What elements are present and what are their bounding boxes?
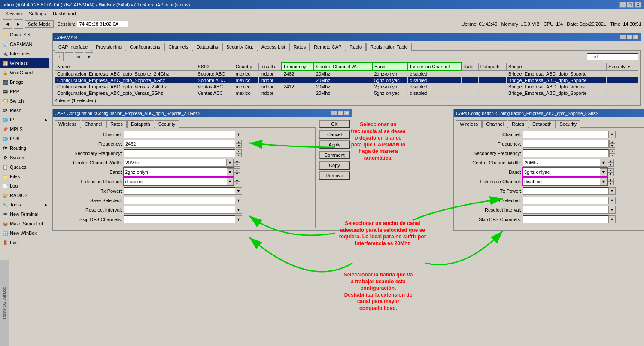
sidebar-item-system[interactable]: ⚙ System: [0, 153, 49, 162]
tab-registration-table[interactable]: Registration Table: [366, 43, 412, 51]
ext-down[interactable]: ▼: [234, 182, 240, 185]
tab-cap-interface[interactable]: CAP Interface: [55, 43, 91, 51]
sidebar-item-files[interactable]: 📁 Files: [0, 172, 49, 181]
ctrl-up-5g[interactable]: ▲: [608, 159, 614, 163]
forward-button[interactable]: ▶: [14, 19, 23, 29]
menu-session[interactable]: Session: [2, 11, 25, 17]
sidebar-item-ppp[interactable]: 📟 PPP: [0, 87, 49, 96]
skip-dfs-dropdown-5g[interactable]: ▼: [609, 215, 616, 223]
sidebar-item-bridge[interactable]: 🌉 Bridge: [0, 77, 49, 87]
ctrl-ch-width-input[interactable]: [124, 159, 227, 167]
tab-wireless[interactable]: Wireless: [55, 120, 80, 128]
sidebar-item-new-winbox[interactable]: 🪟 New WinBox: [0, 228, 49, 238]
band-input-5g[interactable]: [523, 168, 600, 176]
reselect-interval-dropdown[interactable]: ▼: [235, 206, 242, 214]
ext-ch-dropdown-5g[interactable]: ▼: [600, 178, 607, 185]
sidebar-item-interfaces[interactable]: 🔌 Interfaces: [0, 49, 49, 58]
sidebar-item-ip[interactable]: 🌐 IP ▶: [0, 115, 49, 124]
menu-dashboard[interactable]: Dashboard: [49, 11, 79, 17]
ext-ch-dropdown[interactable]: ▼: [227, 178, 234, 185]
save-selected-input-5g[interactable]: [523, 197, 609, 204]
col-control-ch-w[interactable]: Control Channel W...: [314, 63, 372, 70]
table-row[interactable]: Configuracion_Empresa_ABC_dpto_Soporte_2…: [55, 70, 638, 77]
tab-radio[interactable]: Radio: [346, 43, 366, 51]
secondary-freq-input-5g[interactable]: [523, 149, 609, 157]
tx-power-input[interactable]: [124, 187, 235, 195]
secondary-freq-input[interactable]: [124, 149, 235, 157]
band-up-5g[interactable]: ▲: [608, 168, 614, 172]
frequency-input-5g[interactable]: [523, 140, 609, 148]
remove-button[interactable]: −: [65, 52, 73, 61]
reselect-interval-dropdown-5g[interactable]: ▼: [609, 206, 616, 214]
sidebar-item-ipv6[interactable]: 🌐 IPv6: [0, 134, 49, 143]
save-selected-dropdown-5g[interactable]: ▼: [609, 197, 616, 204]
maximize-button[interactable]: □: [627, 2, 634, 8]
sidebar-item-radius[interactable]: 🔐 RADIUS: [0, 191, 49, 200]
ctrl-up[interactable]: ▲: [234, 159, 240, 163]
ctrl-down[interactable]: ▼: [234, 163, 240, 167]
band-dropdown[interactable]: ▼: [227, 168, 234, 176]
band-down[interactable]: ▼: [234, 172, 240, 176]
tab-datapaths[interactable]: Datapaths: [193, 43, 222, 51]
sidebar-item-wireguard[interactable]: 🔒 WireGuard: [0, 68, 49, 77]
sidebar-item-new-terminal[interactable]: 💻 New Terminal: [0, 209, 49, 219]
col-installa[interactable]: Installa: [258, 63, 282, 70]
ext-down-5g[interactable]: ▼: [608, 182, 614, 185]
save-selected-input[interactable]: [124, 197, 235, 204]
col-name[interactable]: Name: [55, 63, 196, 70]
freq-up-5g[interactable]: ▲: [609, 140, 615, 144]
sec-freq-up-5g[interactable]: ▲: [609, 149, 615, 153]
col-security[interactable]: Security ▼: [607, 63, 638, 70]
tab-provisioning[interactable]: Provisioning: [92, 43, 125, 51]
frequency-input[interactable]: [124, 140, 235, 148]
tab-security-cfg[interactable]: Security Cfg.: [222, 43, 257, 51]
ext-up[interactable]: ▲: [234, 178, 240, 182]
freq-up[interactable]: ▲: [236, 140, 242, 144]
reselect-interval-input[interactable]: [124, 206, 235, 214]
sec-freq-up[interactable]: ▲: [236, 149, 242, 153]
tab-datapath-5ghz[interactable]: Datapath: [529, 120, 556, 128]
sec-freq-down[interactable]: ▼: [236, 153, 242, 157]
skip-dfs-input[interactable]: [124, 215, 235, 223]
config-2ghz-close[interactable]: ✕: [344, 111, 350, 116]
copy-button-2ghz[interactable]: Copy: [319, 161, 350, 170]
sidebar-item-mpls[interactable]: 📌 MPLS: [0, 124, 49, 134]
sidebar-item-capsman[interactable]: 📡 CAPsMAN: [0, 39, 49, 49]
ext-ch-input[interactable]: [124, 178, 227, 185]
table-row[interactable]: Configuracion_Empresa_ABC_dpto_Ventas_2.…: [55, 84, 638, 90]
safe-mode-button[interactable]: Safe Mode: [25, 20, 54, 28]
sidebar-item-routing[interactable]: 🗺 Routing: [0, 143, 49, 153]
minimize-button[interactable]: —: [619, 2, 626, 8]
tab-wireless-5ghz[interactable]: Wireless: [456, 120, 482, 128]
config-2ghz-minimize[interactable]: —: [331, 111, 337, 116]
tab-channel[interactable]: Channel: [81, 120, 106, 128]
capsman-minimize[interactable]: —: [620, 35, 626, 40]
tab-remote-cap[interactable]: Remote CAP: [310, 43, 345, 51]
tab-security-5ghz[interactable]: Security: [556, 120, 581, 128]
col-band[interactable]: Band: [372, 63, 408, 70]
tab-rates-5ghz[interactable]: Rates: [508, 120, 528, 128]
tab-configurations[interactable]: Configurations: [126, 43, 164, 51]
col-bridge[interactable]: Bridge: [506, 63, 606, 70]
sidebar-item-exit[interactable]: 🚪 Exit: [0, 238, 49, 247]
channel-input-5g[interactable]: [523, 131, 609, 138]
close-button[interactable]: ✕: [635, 2, 641, 8]
tab-access-list[interactable]: Access List: [258, 43, 289, 51]
add-button[interactable]: +: [55, 52, 64, 61]
find-input[interactable]: [587, 53, 638, 60]
band-down-5g[interactable]: ▼: [608, 172, 614, 176]
channel-input[interactable]: [124, 131, 235, 138]
sec-freq-down-5g[interactable]: ▼: [609, 153, 615, 157]
freq-down[interactable]: ▼: [236, 144, 242, 148]
tab-rates[interactable]: Rates: [106, 120, 127, 128]
sidebar-item-mesh[interactable]: 🕸 Mesh: [0, 106, 49, 115]
col-country[interactable]: Country: [234, 63, 258, 70]
sidebar-item-switch[interactable]: 🔀 Switch: [0, 96, 49, 106]
ctrl-down-5g[interactable]: ▼: [608, 163, 614, 167]
tab-security[interactable]: Security: [155, 120, 179, 128]
tab-datapath[interactable]: Datapath: [127, 120, 154, 128]
back-button[interactable]: ◀: [3, 19, 12, 29]
sidebar-item-make-supout[interactable]: 📦 Make Supout.rif: [0, 219, 49, 228]
ctrl-ch-width-dropdown-5g[interactable]: ▼: [600, 159, 607, 167]
skip-dfs-input-5g[interactable]: [523, 215, 609, 223]
